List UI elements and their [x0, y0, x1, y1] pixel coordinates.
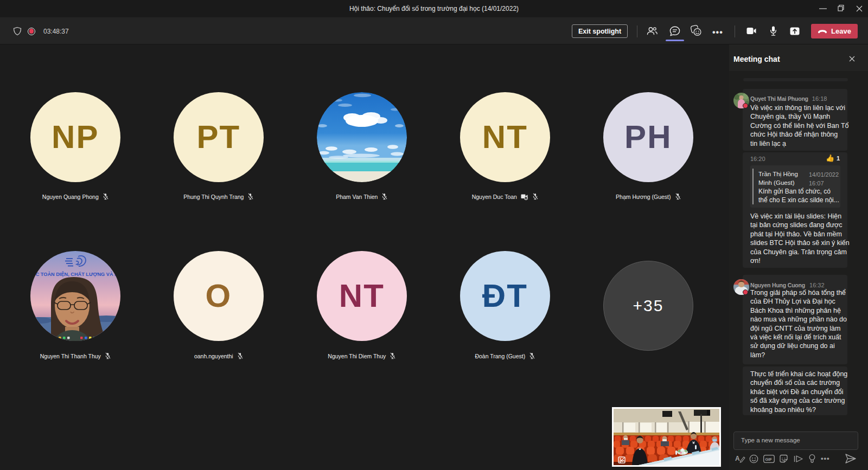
svg-text:GIF: GIF — [765, 457, 772, 462]
svg-text:ỤC TOÀN DIỆN, CHẤT LƯỢNG VÀ BÌ: ỤC TOÀN DIỆN, CHẤT LƯỢNG VÀ BÌNH — [32, 271, 120, 277]
svg-text:A: A — [735, 455, 740, 462]
